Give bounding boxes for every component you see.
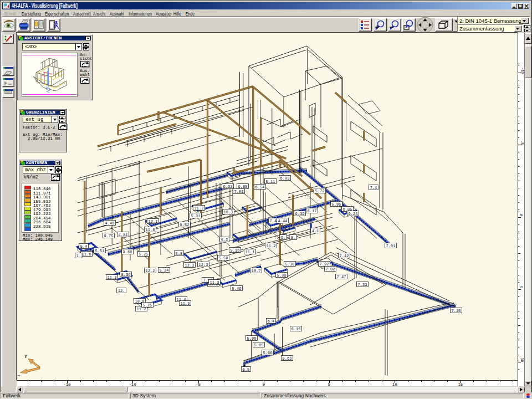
svg-text:10.7: 10.7: [252, 269, 261, 273]
svg-text:11.3: 11.3: [181, 301, 190, 306]
svg-text:11.2: 11.2: [195, 206, 204, 211]
svg-text:5.11: 5.11: [266, 180, 275, 184]
svg-text:4.44: 4.44: [278, 219, 288, 223]
svg-text:11.8: 11.8: [146, 228, 155, 232]
svg-text:5.59: 5.59: [219, 256, 228, 260]
svg-text:5.99: 5.99: [247, 336, 257, 341]
svg-text:12.1: 12.1: [149, 219, 158, 224]
svg-text:6.: 6.: [281, 236, 285, 240]
svg-text:12.: 12.: [118, 289, 125, 293]
svg-text:6.16: 6.16: [291, 327, 301, 331]
svg-text:X: X: [17, 375, 21, 376]
svg-text:11.3: 11.3: [210, 280, 219, 285]
svg-text:6.54: 6.54: [255, 185, 265, 190]
svg-text:4.46: 4.46: [105, 221, 115, 226]
svg-text:7.25: 7.25: [452, 309, 461, 313]
svg-text:6.17: 6.17: [308, 209, 317, 213]
svg-text:11.1: 11.1: [245, 250, 255, 254]
svg-text:5.4: 5.4: [80, 244, 88, 249]
svg-text:5.31: 5.31: [191, 214, 201, 218]
svg-text:6.39: 6.39: [295, 212, 305, 216]
svg-text:5.46: 5.46: [232, 287, 242, 291]
svg-text:5.36: 5.36: [231, 248, 240, 253]
svg-text:11.2: 11.2: [108, 275, 117, 280]
svg-text:8.: 8.: [291, 236, 295, 240]
svg-text:4.81: 4.81: [119, 233, 128, 237]
svg-text:10.3: 10.3: [224, 210, 233, 214]
svg-text:7.47: 7.47: [337, 275, 346, 279]
svg-text:7.82: 7.82: [326, 267, 335, 272]
svg-text:7.01: 7.01: [386, 244, 396, 248]
svg-text:6.92: 6.92: [223, 185, 233, 189]
svg-text:6.03: 6.03: [280, 176, 290, 181]
svg-text:8.36: 8.36: [121, 273, 131, 277]
svg-text:5.24: 5.24: [160, 268, 169, 273]
svg-text:4.1: 4.1: [312, 229, 319, 233]
svg-text:8.52: 8.52: [180, 223, 190, 227]
svg-text:9.68: 9.68: [123, 250, 132, 254]
svg-text:11.6: 11.6: [82, 252, 91, 257]
svg-text:5.66: 5.66: [263, 351, 273, 355]
svg-text:5.95: 5.95: [332, 202, 341, 207]
svg-text:5.51: 5.51: [95, 249, 105, 253]
svg-text:7.42: 7.42: [340, 254, 349, 258]
svg-text:9.75: 9.75: [104, 234, 114, 238]
svg-text:5.72: 5.72: [315, 189, 325, 193]
svg-text:1.: 1.: [76, 254, 81, 258]
svg-text:5.25: 5.25: [139, 252, 149, 257]
svg-text:7.4: 7.4: [370, 186, 377, 190]
svg-text:11.2: 11.2: [267, 244, 276, 248]
svg-text:5.8: 5.8: [176, 252, 183, 256]
svg-text:7.33: 7.33: [358, 283, 367, 287]
svg-text:5.63: 5.63: [283, 356, 292, 361]
svg-text:5.25: 5.25: [143, 303, 152, 308]
svg-text:5.3: 5.3: [221, 238, 228, 242]
svg-text:5.38: 5.38: [277, 273, 287, 278]
svg-text:5.38: 5.38: [285, 262, 295, 267]
svg-text:7.03: 7.03: [234, 190, 244, 194]
svg-text:7.92: 7.92: [320, 262, 329, 267]
svg-text:6.24: 6.24: [349, 212, 358, 216]
svg-text:12.3: 12.3: [185, 263, 195, 268]
svg-text:12.3: 12.3: [199, 263, 208, 267]
svg-text:12.2: 12.2: [146, 269, 155, 273]
svg-text:5.5: 5.5: [243, 367, 250, 372]
svg-text:5.85: 5.85: [254, 343, 264, 347]
svg-text:6.85: 6.85: [238, 185, 248, 189]
svg-text:6.4: 6.4: [268, 319, 275, 324]
svg-text:Y: Y: [24, 354, 28, 360]
